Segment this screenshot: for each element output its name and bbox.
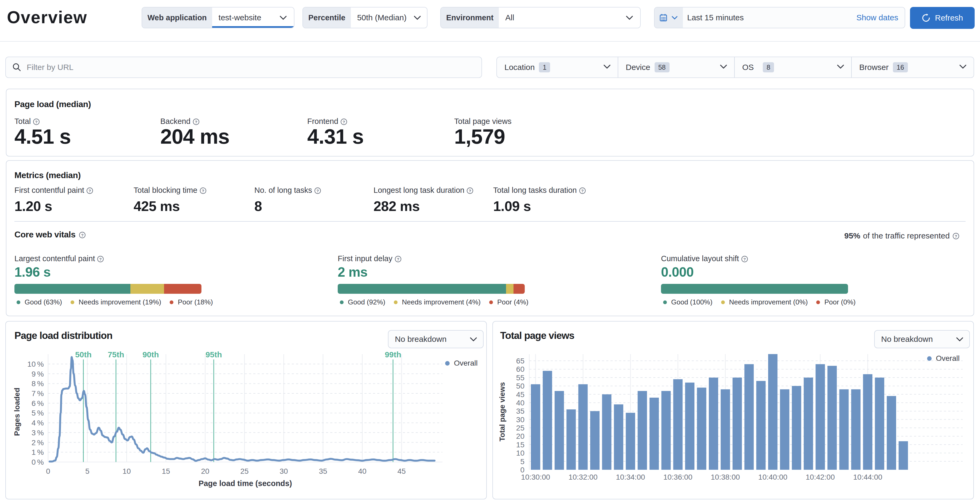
svg-text:?: ? bbox=[35, 119, 38, 124]
svg-text:?: ? bbox=[397, 257, 399, 261]
svg-text:40: 40 bbox=[358, 467, 366, 476]
svg-text:?: ? bbox=[195, 119, 197, 124]
svg-text:5: 5 bbox=[520, 458, 525, 466]
svg-text:15: 15 bbox=[516, 441, 525, 449]
svg-text:20: 20 bbox=[516, 432, 525, 441]
svg-text:3 %: 3 % bbox=[32, 429, 44, 437]
svg-text:25: 25 bbox=[516, 424, 525, 432]
svg-text:50: 50 bbox=[516, 382, 525, 390]
svg-text:2 %: 2 % bbox=[32, 439, 44, 447]
svg-text:4 %: 4 % bbox=[32, 419, 44, 427]
svg-text:5: 5 bbox=[85, 467, 89, 476]
svg-text:7 %: 7 % bbox=[32, 390, 44, 398]
svg-text:?: ? bbox=[99, 257, 102, 261]
svg-text:10:36:00: 10:36:00 bbox=[663, 473, 692, 481]
svg-text:?: ? bbox=[317, 188, 319, 193]
svg-text:?: ? bbox=[81, 232, 83, 237]
svg-text:30: 30 bbox=[280, 467, 288, 476]
svg-text:?: ? bbox=[469, 188, 471, 193]
svg-text:95th: 95th bbox=[205, 350, 222, 359]
svg-text:65: 65 bbox=[516, 357, 525, 365]
svg-text:15: 15 bbox=[162, 467, 170, 476]
svg-text:6 %: 6 % bbox=[32, 399, 44, 407]
svg-text:75th: 75th bbox=[108, 350, 124, 359]
svg-text:20: 20 bbox=[201, 467, 209, 476]
svg-text:0 %: 0 % bbox=[32, 458, 44, 466]
svg-text:60: 60 bbox=[516, 365, 525, 373]
svg-text:40: 40 bbox=[516, 399, 525, 407]
svg-text:Pages loaded: Pages loaded bbox=[13, 388, 21, 436]
svg-text:9 %: 9 % bbox=[32, 370, 44, 378]
svg-text:50th: 50th bbox=[75, 350, 92, 359]
svg-text:99th: 99th bbox=[385, 350, 401, 359]
svg-text:25: 25 bbox=[240, 467, 248, 476]
svg-text:10:30:00: 10:30:00 bbox=[521, 473, 550, 481]
svg-text:35: 35 bbox=[516, 407, 525, 415]
svg-text:45: 45 bbox=[397, 467, 406, 476]
svg-text:90th: 90th bbox=[142, 350, 159, 359]
svg-text:10:42:00: 10:42:00 bbox=[806, 473, 835, 481]
svg-text:?: ? bbox=[955, 234, 957, 239]
svg-text:1 %: 1 % bbox=[32, 448, 44, 456]
svg-text:30: 30 bbox=[516, 415, 525, 424]
svg-text:?: ? bbox=[342, 119, 345, 124]
svg-text:?: ? bbox=[202, 188, 204, 193]
svg-text:0: 0 bbox=[46, 467, 50, 476]
svg-text:10 %: 10 % bbox=[27, 360, 44, 368]
svg-text:10:38:00: 10:38:00 bbox=[711, 473, 740, 481]
svg-text:8 %: 8 % bbox=[32, 380, 44, 388]
svg-text:10:40:00: 10:40:00 bbox=[758, 473, 788, 481]
svg-text:Total page views: Total page views bbox=[498, 382, 506, 441]
svg-text:?: ? bbox=[88, 188, 91, 193]
svg-text:10: 10 bbox=[123, 467, 130, 476]
svg-text:10:32:00: 10:32:00 bbox=[568, 473, 598, 481]
svg-text:?: ? bbox=[743, 257, 746, 261]
svg-text:45: 45 bbox=[516, 390, 525, 399]
svg-text:?: ? bbox=[581, 188, 584, 193]
svg-text:10: 10 bbox=[516, 449, 525, 457]
svg-text:10:44:00: 10:44:00 bbox=[853, 473, 882, 481]
svg-text:5 %: 5 % bbox=[32, 409, 44, 417]
svg-text:10:34:00: 10:34:00 bbox=[616, 473, 645, 481]
svg-text:35: 35 bbox=[319, 467, 327, 476]
svg-text:Page load time (seconds): Page load time (seconds) bbox=[199, 479, 292, 488]
svg-text:55: 55 bbox=[516, 374, 525, 382]
